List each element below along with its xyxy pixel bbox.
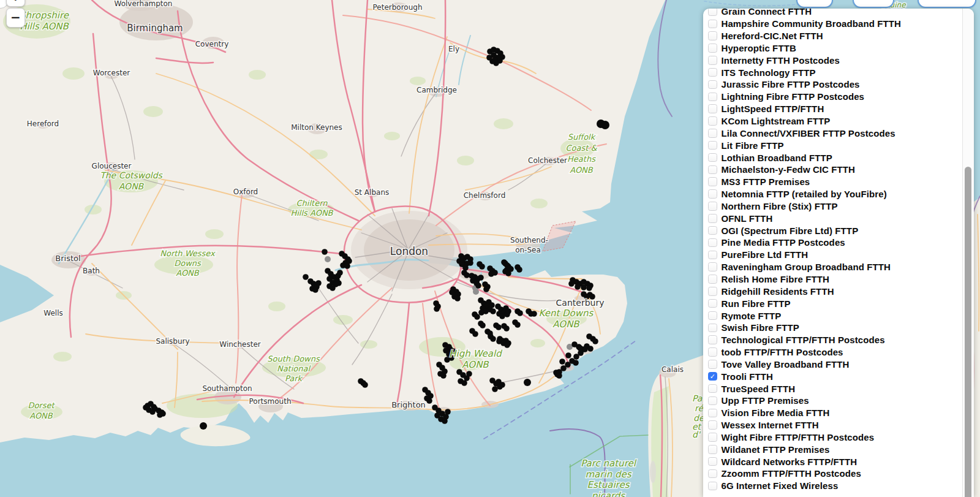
provider-checkbox[interactable]: ✓ (708, 482, 717, 491)
provider-row[interactable]: ✓Rymote FTTP (708, 309, 963, 322)
provider-checkbox[interactable]: ✓ (708, 129, 717, 138)
provider-checkbox[interactable]: ✓ (708, 9, 717, 16)
provider-checkbox[interactable]: ✓ (708, 311, 717, 321)
coverage-dot (499, 382, 505, 388)
top-pill-button-1[interactable] (796, 0, 833, 8)
provider-checkbox[interactable]: ✓ (708, 189, 717, 199)
provider-row[interactable]: ✓OGI (Spectrum Fibre Ltd) FTTP (708, 224, 963, 237)
provider-checkbox[interactable]: ✓ (708, 80, 717, 89)
coverage-dot (483, 286, 489, 292)
provider-row[interactable]: ✓Raveningham Group Broadband FTTH (708, 261, 963, 273)
provider-row[interactable]: ✓Northern Fibre (Stix) FTTP (708, 200, 963, 213)
provider-row[interactable]: ✓Vision Fibre Media FTTH (708, 407, 963, 419)
provider-checkbox[interactable]: ✓ (708, 324, 717, 333)
provider-row[interactable]: ✓Pine Media FTTP Postcodes (708, 237, 963, 249)
provider-row[interactable]: ✓Netomnia FTTP (retailed by YouFibre) (708, 188, 963, 200)
provider-row[interactable]: ✓Run Fibre FTTP (708, 297, 963, 309)
provider-checkbox[interactable]: ✓ (708, 202, 717, 211)
provider-row[interactable]: ✓Hyperoptic FTTB (708, 42, 963, 55)
provider-checkbox[interactable]: ✓ (708, 287, 717, 296)
provider-checkbox[interactable]: ✓ (708, 238, 717, 248)
provider-row[interactable]: ✓LightSpeed FTTP/FTTH (708, 103, 963, 115)
zoom-in-button[interactable]: + (6, 0, 25, 7)
coverage-dot (467, 256, 473, 262)
provider-row[interactable]: ✓Tove Valley Broadband FTTH (708, 358, 963, 370)
provider-checkbox[interactable]: ✓ (708, 153, 717, 162)
panel-scrollbar-thumb[interactable] (965, 167, 971, 497)
provider-checkbox[interactable]: ✓ (708, 214, 717, 223)
provider-checkbox[interactable]: ✓ (708, 177, 717, 186)
provider-row[interactable]: ✓Trooli FTTH (708, 370, 963, 382)
provider-row[interactable]: ✓Lila Connect/VXFIBER FTTP Postcodes (708, 127, 963, 139)
provider-checkbox[interactable]: ✓ (708, 251, 717, 260)
provider-row[interactable]: ✓Wildcard Networks FTTP/FTTH (708, 455, 963, 468)
provider-label: Northern Fibre (Stix) FTTP (722, 200, 838, 212)
coverage-dot (440, 373, 447, 379)
provider-row[interactable]: ✓Wildanet FTTP Premises (708, 443, 963, 455)
provider-row[interactable]: ✓Upp FTTP Premises (708, 395, 963, 407)
provider-label: Raveningham Group Broadband FTTH (722, 261, 891, 273)
top-pill-button-2[interactable] (853, 0, 894, 8)
provider-checkbox[interactable]: ✓ (708, 433, 717, 442)
provider-row[interactable]: ✓Hereford-CIC.Net FTTH (708, 30, 963, 42)
provider-row[interactable]: ✓Jurassic Fibre FTTP Postcodes (708, 78, 963, 91)
provider-checkbox[interactable]: ✓ (708, 420, 717, 430)
city-label: Bristol (55, 254, 80, 263)
provider-row[interactable]: ✓Michaelston-y-Fedw CIC FTTH (708, 164, 963, 176)
provider-checkbox[interactable]: ✓ (708, 44, 717, 53)
provider-row[interactable]: ✓ITS Technology FTTP (708, 66, 963, 78)
provider-checkbox[interactable]: ✓ (708, 457, 717, 466)
provider-label: Hereford-CIC.Net FTTH (722, 30, 823, 42)
provider-checkbox[interactable]: ✓ (708, 68, 717, 77)
protected-area-label: National (277, 364, 311, 373)
provider-row[interactable]: ✓Relish Home Fibre FTTH (708, 273, 963, 286)
provider-checkbox[interactable]: ✓ (708, 56, 717, 65)
provider-checkbox[interactable]: ✓ (708, 165, 717, 175)
provider-checkbox[interactable]: ✓ (708, 335, 717, 344)
provider-row[interactable]: ✓Swish Fibre FTTP (708, 322, 963, 334)
provider-row[interactable]: ✓Wight Fibre FTTP/FTTH Postcodes (708, 431, 963, 444)
provider-checkbox[interactable]: ✓ (708, 20, 717, 29)
provider-label: OFNL FTTH (722, 213, 773, 224)
provider-checkbox[interactable]: ✓ (708, 31, 717, 40)
provider-row[interactable]: ✓Technological FTTP/FTTH Postcodes (708, 334, 963, 346)
provider-checkbox[interactable]: ✓ (708, 104, 717, 113)
provider-row[interactable]: ✓Hampshire Community Broadband FTTH (708, 18, 963, 30)
provider-row[interactable]: ✓TrueSpeed FTTH (708, 382, 963, 395)
provider-row[interactable]: ✓6G Internet Fixed Wireless (708, 480, 963, 492)
provider-row[interactable]: ✓OFNL FTTH (708, 212, 963, 224)
provider-checkbox[interactable]: ✓ (708, 275, 717, 284)
provider-checkbox[interactable]: ✓ (708, 347, 717, 357)
provider-checkbox[interactable]: ✓ (708, 93, 717, 102)
top-pill-button-3[interactable] (918, 0, 976, 8)
provider-checkbox[interactable]: ✓ (708, 116, 717, 126)
provider-row[interactable]: ✓KCom Lightstream FTTP (708, 115, 963, 127)
panel-scrollbar[interactable] (962, 9, 974, 497)
provider-row[interactable]: ✓Lit Fibre FTTP (708, 139, 963, 151)
provider-checkbox[interactable]: ✓ (708, 396, 717, 406)
provider-row[interactable]: ✓Lightning Fibre FTTP Postcodes (708, 91, 963, 103)
provider-label: Rymote FTTP (722, 310, 782, 322)
provider-row[interactable]: ✓MS3 FTTP Premises (708, 176, 963, 188)
provider-row[interactable]: ✓Wessex Internet FTTH (708, 419, 963, 431)
provider-row[interactable]: ✓PureFibre Ltd FTTH (708, 249, 963, 261)
provider-checkbox[interactable]: ✓ (708, 372, 717, 381)
provider-checkbox[interactable]: ✓ (708, 409, 717, 418)
provider-row[interactable]: ✓Ridgehill Residents FTTH (708, 285, 963, 297)
provider-row[interactable]: ✓Grain Connect FTTH (708, 9, 963, 18)
provider-label: PureFibre Ltd FTTH (722, 249, 809, 260)
provider-checkbox[interactable]: ✓ (708, 262, 717, 271)
provider-checkbox[interactable]: ✓ (708, 299, 717, 308)
provider-row[interactable]: ✓toob FTTP/FTTH Postcodes (708, 346, 963, 359)
provider-checkbox[interactable]: ✓ (708, 384, 717, 393)
provider-checkbox[interactable]: ✓ (708, 445, 717, 454)
provider-row[interactable]: ✓Zzoomm FTTP/FTTH Postcodes (708, 468, 963, 480)
provider-checkbox[interactable]: ✓ (708, 469, 717, 479)
provider-row[interactable]: ✓Internetty FTTH Postcodes (708, 54, 963, 66)
provider-row[interactable]: ✓Lothian Broadband FTTP (708, 151, 963, 164)
provider-checkbox[interactable]: ✓ (708, 360, 717, 369)
provider-checkbox[interactable]: ✓ (708, 226, 717, 235)
coverage-dot (472, 331, 478, 337)
provider-checkbox[interactable]: ✓ (708, 141, 717, 150)
zoom-out-button[interactable]: − (6, 8, 25, 28)
